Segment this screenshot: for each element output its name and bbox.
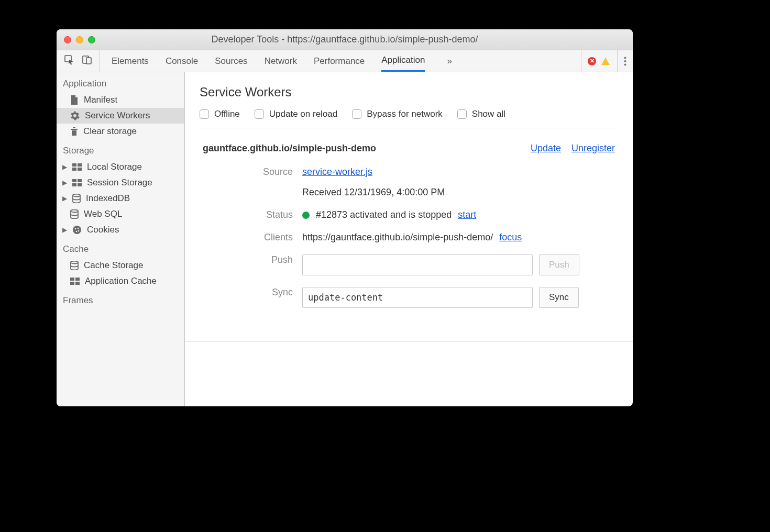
file-icon xyxy=(70,95,79,105)
registration-origin: gauntface.github.io/simple-push-demo xyxy=(203,143,376,154)
sidebar-item-label: Cookies xyxy=(87,225,119,235)
svg-point-21 xyxy=(71,261,78,264)
focus-client-link[interactable]: focus xyxy=(499,232,522,243)
tab-elements[interactable]: Elements xyxy=(112,50,149,72)
source-script-link[interactable]: service-worker.js xyxy=(302,167,445,178)
svg-rect-9 xyxy=(78,168,82,171)
window-title: Developer Tools - https://gauntface.gith… xyxy=(57,34,633,45)
option-label: Offline xyxy=(214,109,240,119)
svg-rect-25 xyxy=(75,282,80,285)
sidebar-item-indexeddb[interactable]: ▶ IndexedDB xyxy=(57,191,184,206)
sidebar-item-label: Service Workers xyxy=(85,110,150,121)
devtools-tabs: Elements Console Sources Network Perform… xyxy=(100,50,581,72)
svg-point-16 xyxy=(73,226,81,234)
window-titlebar: Developer Tools - https://gauntface.gith… xyxy=(57,29,633,50)
expand-icon: ▶ xyxy=(62,195,67,202)
source-label: Source xyxy=(203,167,302,198)
sidebar-item-label: Application Cache xyxy=(85,276,157,286)
tab-sources[interactable]: Sources xyxy=(215,50,247,72)
bypass-for-network-checkbox[interactable]: Bypass for network xyxy=(352,109,443,119)
svg-point-4 xyxy=(624,60,626,62)
show-all-checkbox[interactable]: Show all xyxy=(457,109,505,119)
tab-application[interactable]: Application xyxy=(381,50,425,72)
sidebar-item-application-cache[interactable]: Application Cache xyxy=(57,273,184,289)
toolbar-left-icons xyxy=(64,50,100,72)
cookie-icon xyxy=(72,225,82,235)
sidebar-item-cache-storage[interactable]: Cache Storage xyxy=(57,258,184,273)
close-window-icon[interactable] xyxy=(64,36,71,43)
svg-point-19 xyxy=(76,231,78,232)
sidebar-item-cookies[interactable]: ▶ Cookies xyxy=(57,222,184,238)
checkbox-icon xyxy=(200,109,209,119)
svg-rect-24 xyxy=(70,282,74,285)
option-label: Bypass for network xyxy=(367,109,443,119)
warning-indicator-icon[interactable] xyxy=(601,58,610,65)
status-indicator-icon xyxy=(302,212,310,219)
sidebar-item-label: Manifest xyxy=(84,95,117,105)
sync-input[interactable] xyxy=(302,287,533,308)
svg-rect-13 xyxy=(78,183,82,186)
grid-icon xyxy=(72,179,82,186)
sidebar-section-storage: Storage xyxy=(57,139,184,159)
status-text: #12873 activated and is stopped xyxy=(316,209,452,220)
sidebar-item-manifest[interactable]: Manifest xyxy=(57,92,184,108)
sidebar-item-session-storage[interactable]: ▶ Session Storage xyxy=(57,175,184,191)
svg-rect-2 xyxy=(86,58,91,64)
unregister-link[interactable]: Unregister xyxy=(571,143,615,154)
start-worker-link[interactable]: start xyxy=(458,209,476,220)
svg-point-5 xyxy=(624,63,626,65)
panel-title: Service Workers xyxy=(200,85,618,99)
minimize-window-icon[interactable] xyxy=(76,36,83,43)
svg-rect-11 xyxy=(78,179,82,182)
svg-rect-10 xyxy=(72,179,76,182)
devtools-toolbar: Elements Console Sources Network Perform… xyxy=(57,50,633,72)
service-workers-panel: Service Workers Offline Update on reload… xyxy=(185,72,633,406)
svg-point-14 xyxy=(73,194,80,197)
svg-rect-7 xyxy=(78,163,82,167)
settings-kebab-icon[interactable] xyxy=(617,50,626,72)
update-on-reload-checkbox[interactable]: Update on reload xyxy=(255,109,337,119)
error-indicator-icon[interactable]: ✕ xyxy=(588,57,596,65)
offline-checkbox[interactable]: Offline xyxy=(200,109,240,119)
trash-icon xyxy=(70,127,78,136)
svg-point-20 xyxy=(78,230,80,232)
svg-point-18 xyxy=(78,228,79,229)
devtools-window: Developer Tools - https://gauntface.gith… xyxy=(57,29,633,406)
tab-network[interactable]: Network xyxy=(265,50,297,72)
clients-label: Clients xyxy=(203,232,302,243)
svg-point-15 xyxy=(71,210,78,213)
sidebar-item-label: Cache Storage xyxy=(84,260,143,271)
device-toolbar-icon[interactable] xyxy=(82,54,92,68)
grid-icon xyxy=(70,278,80,285)
sidebar-item-local-storage[interactable]: ▶ Local Storage xyxy=(57,159,184,175)
zoom-window-icon[interactable] xyxy=(88,36,95,43)
database-icon xyxy=(72,194,81,203)
tab-performance[interactable]: Performance xyxy=(314,50,365,72)
sidebar-item-clear-storage[interactable]: Clear storage xyxy=(57,124,184,139)
sidebar-item-label: Session Storage xyxy=(87,178,152,188)
client-url: https://gauntface.github.io/simple-push-… xyxy=(302,232,493,243)
sidebar-item-service-workers[interactable]: Service Workers xyxy=(57,108,184,124)
traffic-lights xyxy=(64,36,95,43)
expand-icon: ▶ xyxy=(62,226,67,234)
tab-console[interactable]: Console xyxy=(166,50,198,72)
sidebar-item-label: Clear storage xyxy=(83,126,137,137)
sidebar-item-websql[interactable]: Web SQL xyxy=(57,206,184,222)
svg-rect-12 xyxy=(72,183,76,186)
inspect-element-icon[interactable] xyxy=(64,54,74,68)
push-input[interactable] xyxy=(302,254,533,275)
sidebar-item-label: Web SQL xyxy=(84,209,122,219)
sync-button[interactable]: Sync xyxy=(539,287,579,308)
option-label: Show all xyxy=(472,109,505,119)
update-link[interactable]: Update xyxy=(531,143,561,154)
database-icon xyxy=(70,209,79,219)
svg-rect-22 xyxy=(70,278,74,281)
checkbox-icon xyxy=(457,109,467,119)
expand-icon: ▶ xyxy=(62,179,67,186)
push-button[interactable]: Push xyxy=(539,254,579,275)
tabs-overflow-icon[interactable]: » xyxy=(442,56,457,66)
sync-label: Sync xyxy=(203,287,302,308)
option-label: Update on reload xyxy=(269,109,337,119)
database-icon xyxy=(70,261,79,270)
svg-point-3 xyxy=(624,57,626,59)
